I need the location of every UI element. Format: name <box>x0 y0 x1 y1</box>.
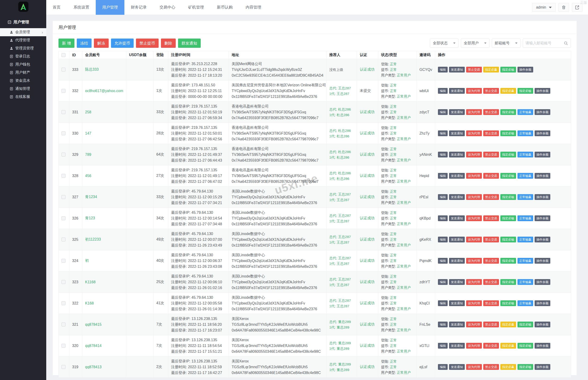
op-balance-button[interactable]: 操作余额 <box>518 67 533 73</box>
op-normal-wl-button[interactable]: 正常输赢 <box>518 109 533 115</box>
op-must-lose-button[interactable]: 指定必输 <box>500 173 516 179</box>
op-notify-button[interactable]: 发送通知 <box>449 109 465 115</box>
clear-cache-button[interactable] <box>558 3 569 12</box>
op-balance-button[interactable]: 操作余额 <box>535 322 550 327</box>
op-notify-button[interactable]: 发送通知 <box>449 88 465 94</box>
op-notify-button[interactable]: 发送通知 <box>449 173 465 179</box>
sidebar-item-agent-management[interactable]: 代理管理 <box>0 36 46 44</box>
op-balance-button[interactable]: 操作余额 <box>535 88 550 94</box>
member-account-link[interactable]: 258 <box>85 110 91 114</box>
freeze-button[interactable]: 冻结 <box>77 38 92 48</box>
op-ban-trade-button[interactable]: 禁止交易 <box>483 215 499 221</box>
op-ban-trade-button[interactable]: 禁止交易 <box>483 300 499 306</box>
row-checkbox[interactable] <box>62 280 65 284</box>
member-account-link[interactable]: qq878414 <box>85 344 102 348</box>
op-must-lose-button[interactable]: 指定必输 <box>500 131 516 136</box>
op-normal-wl-button[interactable]: 正常输赢 <box>518 279 533 285</box>
op-must-lose-button[interactable]: 指定必输 <box>500 152 516 157</box>
op-must-win-button[interactable]: 指定必赢 <box>483 67 499 73</box>
nav-tab-content-management[interactable]: 内容管理 <box>239 0 268 15</box>
op-edit-button[interactable]: 编辑 <box>438 322 448 327</box>
op-edit-button[interactable]: 编辑 <box>438 279 448 285</box>
row-checkbox[interactable] <box>62 195 65 199</box>
op-ban-trade-button[interactable]: 禁止交易 <box>483 364 499 370</box>
search-input[interactable] <box>525 41 564 45</box>
email-type-filter[interactable]: 邮箱账号 <box>492 38 521 48</box>
nav-tab-system-settings[interactable]: 系统设置 <box>67 0 96 15</box>
op-notify-button[interactable]: 发送通知 <box>449 237 465 242</box>
member-account-link[interactable]: 789 <box>85 152 91 156</box>
op-notify-button[interactable]: 发送通知 <box>449 364 465 370</box>
admin-menu-button[interactable]: admin <box>532 3 556 12</box>
op-set-agent-button[interactable]: 设为代理 <box>466 88 482 94</box>
op-normal-wl-button[interactable]: 正常输赢 <box>518 152 533 157</box>
member-account-link[interactable]: 456 <box>85 174 91 178</box>
row-checkbox[interactable] <box>62 152 65 156</box>
member-account-link[interactable]: 陈总333 <box>85 67 99 71</box>
row-checkbox[interactable] <box>62 238 65 242</box>
row-checkbox[interactable] <box>62 301 65 305</box>
op-notify-button[interactable]: 发送通知 <box>449 152 465 157</box>
op-set-agent-button[interactable]: 设为代理 <box>466 322 482 327</box>
op-must-lose-button[interactable]: 指定必输 <box>500 109 516 115</box>
op-balance-button[interactable]: 操作余额 <box>535 258 550 264</box>
op-ban-trade-button[interactable]: 禁止交易 <box>483 109 499 115</box>
op-notify-button[interactable]: 发送通知 <box>449 194 465 200</box>
nav-tab-miner-management[interactable]: 矿机管理 <box>182 0 210 15</box>
sidebar-item-online-service[interactable]: 在线客服 <box>0 93 46 101</box>
member-account-link[interactable]: 青1234 <box>85 195 97 199</box>
unfreeze-button[interactable]: 解冻 <box>94 38 109 48</box>
sidebar-item-admin-management[interactable]: 管理员管理 <box>0 44 46 52</box>
op-balance-button[interactable]: 操作余额 <box>535 237 550 242</box>
op-balance-button[interactable]: 操作余额 <box>535 364 550 370</box>
member-account-link[interactable]: 青123 <box>85 216 95 220</box>
sidebar-section-header[interactable]: 用户管理 <box>8 19 29 25</box>
op-edit-button[interactable]: 编辑 <box>438 300 448 306</box>
sidebar-item-user-assets[interactable]: 用户财产 <box>0 69 46 77</box>
op-ban-trade-button[interactable]: 禁止交易 <box>483 152 499 157</box>
op-must-lose-button[interactable]: 指定必输 <box>500 194 516 200</box>
op-must-lose-button[interactable]: 指定必输 <box>518 343 533 349</box>
op-edit-button[interactable]: 编辑 <box>438 173 448 179</box>
row-checkbox[interactable] <box>62 365 65 369</box>
nav-tab-trade-center[interactable]: 交易中心 <box>153 0 182 15</box>
op-set-agent-button[interactable]: 设为代理 <box>466 173 482 179</box>
sidebar-item-login-logs[interactable]: 登录日志 <box>0 52 46 60</box>
op-notify-button[interactable]: 发送通知 <box>449 322 465 327</box>
row-checkbox[interactable] <box>62 89 65 93</box>
delete-button[interactable]: 删除 <box>161 38 176 48</box>
op-must-lose-button[interactable]: 指定必输 <box>500 279 516 285</box>
op-edit-button[interactable]: 编辑 <box>438 131 448 136</box>
op-must-win-button[interactable]: 指定必赢 <box>500 343 516 349</box>
logout-button[interactable] <box>572 3 583 12</box>
search-icon[interactable] <box>564 41 568 45</box>
forbid-withdraw-button[interactable]: 禁止提币 <box>136 38 159 48</box>
op-ban-trade-button[interactable]: 禁止交易 <box>483 237 499 242</box>
status-filter[interactable]: 全部状态 <box>430 38 459 48</box>
row-checkbox[interactable] <box>62 68 65 72</box>
op-balance-button[interactable]: 操作余额 <box>535 173 550 179</box>
op-edit-button[interactable]: 编辑 <box>438 67 448 73</box>
op-must-lose-button[interactable]: 指定必输 <box>500 258 516 264</box>
op-balance-button[interactable]: 操作余额 <box>535 215 550 221</box>
op-ban-trade-button[interactable]: 禁止交易 <box>483 322 499 327</box>
op-edit-button[interactable]: 编辑 <box>438 88 448 94</box>
op-notify-button[interactable]: 发送通知 <box>449 279 465 285</box>
nav-tab-home[interactable]: 首页 <box>46 0 67 15</box>
op-set-agent-button[interactable]: 设为代理 <box>466 215 482 221</box>
op-must-lose-button[interactable]: 指定必输 <box>500 300 516 306</box>
sidebar-item-member-management[interactable]: 会员管理› <box>0 28 46 36</box>
op-set-agent-button[interactable]: 设为代理 <box>466 279 482 285</box>
op-ban-trade-button[interactable]: 禁止交易 <box>483 194 499 200</box>
op-balance-button[interactable]: 操作余额 <box>535 131 550 136</box>
member-account-link[interactable]: K1168 <box>85 280 96 284</box>
op-normal-wl-button[interactable]: 正常输赢 <box>518 258 533 264</box>
op-normal-wl-button[interactable]: 正常输赢 <box>518 194 533 200</box>
row-checkbox[interactable] <box>62 323 65 326</box>
allow-withdraw-button[interactable]: 允许提币 <box>111 38 134 48</box>
row-checkbox[interactable] <box>62 259 65 263</box>
row-checkbox[interactable] <box>62 344 65 348</box>
op-ban-trade-button[interactable]: 禁止交易 <box>466 67 482 73</box>
op-must-lose-button[interactable]: 指定必输 <box>500 67 516 73</box>
member-account-link[interactable]: qq878413 <box>85 365 102 369</box>
